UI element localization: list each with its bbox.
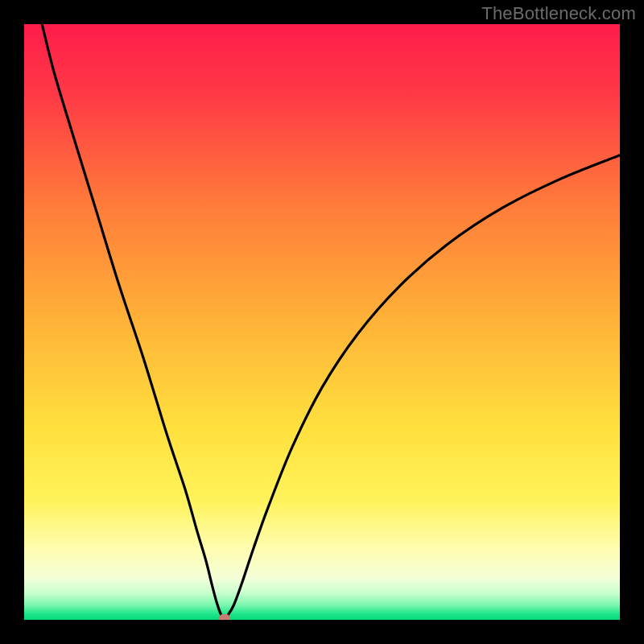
plot-area (24, 24, 620, 620)
watermark-text: TheBottleneck.com (481, 3, 636, 24)
optimal-point-marker (219, 614, 230, 620)
bottleneck-curve (24, 24, 620, 620)
